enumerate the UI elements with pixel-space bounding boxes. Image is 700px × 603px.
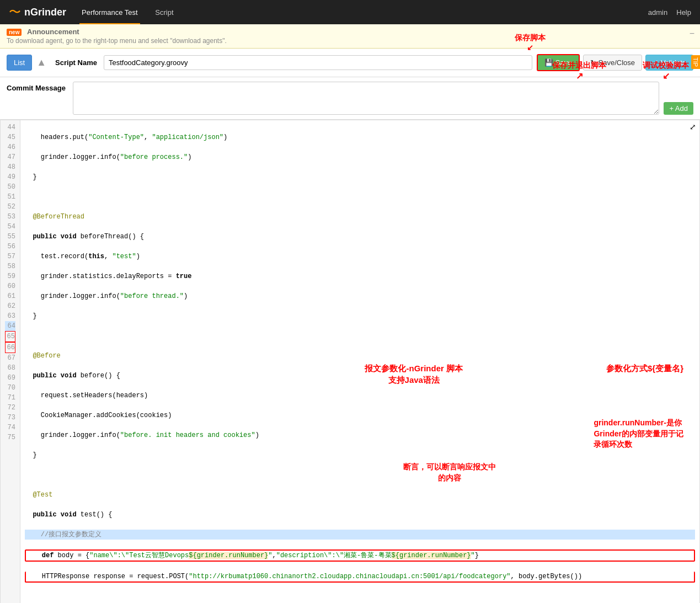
add-button[interactable]: + Add bbox=[664, 102, 693, 115]
logo-text: nGrinder bbox=[24, 7, 66, 18]
line-numbers: 44454647 484950515253 545556575859 60616… bbox=[1, 120, 20, 603]
save-label: Save bbox=[555, 58, 572, 67]
sort-icon[interactable]: ▲ bbox=[36, 57, 46, 68]
nav-performance-test[interactable]: Performance Test bbox=[79, 2, 140, 24]
admin-menu[interactable]: admin bbox=[648, 8, 667, 17]
announcement-bar: new Announcement − To download agent, go… bbox=[0, 24, 700, 49]
nav-script[interactable]: Script bbox=[153, 2, 175, 23]
list-button[interactable]: List bbox=[7, 55, 32, 71]
help-link[interactable]: Help bbox=[676, 8, 691, 17]
announcement-message: To download agent, go to the right-top m… bbox=[7, 37, 693, 45]
commit-label: Commit Message bbox=[7, 82, 73, 92]
validate-label: Validate bbox=[661, 58, 686, 67]
logo-icon: 〜 bbox=[9, 4, 21, 20]
toolbar: List ▲ Script Name 💾 Save ↻ Save/Close ✓… bbox=[0, 49, 700, 77]
header: 〜 nGrinder Performance Test Script admin… bbox=[0, 0, 700, 24]
save-icon: 💾 bbox=[544, 58, 553, 67]
main-nav: Performance Test Script bbox=[79, 8, 187, 17]
refresh-icon: ↻ bbox=[590, 58, 596, 67]
header-right: admin Help bbox=[648, 8, 691, 17]
code-content: headers.put("Content-Type", "application… bbox=[20, 120, 699, 603]
announcement-close[interactable]: − bbox=[690, 29, 694, 39]
expand-icon[interactable]: ⤢ bbox=[690, 122, 696, 131]
commit-textarea[interactable] bbox=[73, 82, 659, 115]
code-editor: ⤢ 44454647 484950515253 545556575859 606… bbox=[0, 120, 700, 603]
new-badge: new bbox=[7, 29, 22, 36]
validate-button[interactable]: ✓ Validate bbox=[645, 55, 693, 71]
script-name-input[interactable] bbox=[104, 55, 532, 70]
script-name-label: Script Name bbox=[55, 58, 97, 67]
save-close-button[interactable]: ↻ Save/Close bbox=[583, 55, 642, 71]
check-icon: ✓ bbox=[653, 58, 659, 67]
commit-row: Commit Message + Add bbox=[0, 77, 700, 120]
save-close-label: Save/Close bbox=[599, 58, 635, 67]
save-button[interactable]: 💾 Save bbox=[537, 54, 580, 71]
tip-sidebar: TIP bbox=[691, 55, 700, 69]
toolbar-actions: 💾 Save ↻ Save/Close ✓ Validate bbox=[537, 54, 693, 71]
code-body: 44454647 484950515253 545556575859 60616… bbox=[1, 120, 699, 603]
announcement-title: Announcement bbox=[27, 28, 79, 36]
logo: 〜 nGrinder bbox=[9, 4, 66, 20]
